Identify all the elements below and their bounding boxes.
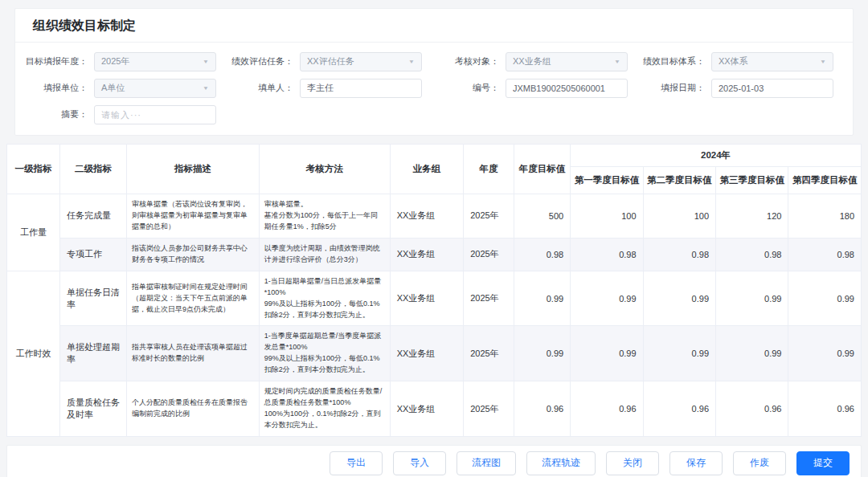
q3-cell: 0.96 bbox=[716, 381, 788, 437]
eval-task-select[interactable]: XX评估任务 ▼ bbox=[300, 52, 422, 71]
import-button[interactable]: 导入 bbox=[393, 451, 446, 475]
year-cell: 2025年 bbox=[464, 238, 514, 271]
annual-cell: 0.98 bbox=[514, 238, 570, 271]
col-header-year-group: 2024年 bbox=[571, 145, 862, 167]
flowchart-button[interactable]: 流程图 bbox=[457, 451, 516, 475]
group-cell: XX业务组 bbox=[390, 194, 464, 238]
col-header-level2: 二级指标 bbox=[59, 145, 126, 194]
report-date-input[interactable] bbox=[711, 79, 833, 98]
save-button[interactable]: 保存 bbox=[669, 451, 723, 475]
filler-input[interactable] bbox=[300, 79, 422, 98]
field-eval-task: 绩效评估任务： XX评估任务 ▼ bbox=[226, 51, 427, 71]
col-header-group: 业务组 bbox=[390, 145, 464, 194]
level2-cell: 任务完成量 bbox=[59, 194, 126, 238]
year-cell: 2025年 bbox=[464, 381, 514, 437]
field-number: 编号： bbox=[432, 78, 633, 98]
chevron-down-icon: ▼ bbox=[408, 59, 415, 64]
footer-action-bar: 导出 导入 流程图 流程轨迹 关闭 保存 作废 提交 bbox=[6, 445, 862, 477]
table-row: 工作时效 单据任务日清率 指单据审核制证时间在规定处理时间（超期定义：当天下午五… bbox=[7, 271, 862, 326]
year-cell: 2025年 bbox=[464, 194, 514, 238]
annual-cell: 0.99 bbox=[514, 271, 570, 326]
eval-task-value: XX评估任务 bbox=[307, 55, 354, 67]
goal-system-value: XX体系 bbox=[719, 55, 748, 67]
field-goal-system: 绩效目标体系： XX体系 ▼ bbox=[637, 51, 838, 71]
table-row: 质量质检任务及时率 个人分配的质量质检任务在质量报告编制前完成的比例 规定时间内… bbox=[7, 381, 862, 437]
summary-input[interactable] bbox=[94, 105, 216, 124]
q2-cell: 0.99 bbox=[643, 271, 715, 326]
header-panel: 组织绩效目标制定 目标填报年度： 2025年 ▼ 绩效评估任务： XX评估任务 … bbox=[14, 8, 854, 136]
desc-cell: 指共享审核人员在处理该项单据超过标准时长的数量的比例 bbox=[126, 326, 259, 381]
report-unit-label: 填报单位： bbox=[20, 82, 94, 94]
col-header-q3: 第三季度目标值 bbox=[716, 167, 788, 194]
q2-cell: 0.96 bbox=[643, 381, 715, 437]
level2-cell: 单据任务日清率 bbox=[59, 271, 126, 326]
chevron-down-icon: ▼ bbox=[203, 85, 209, 91]
q1-cell: 0.99 bbox=[571, 271, 643, 326]
export-button[interactable]: 导出 bbox=[330, 451, 383, 475]
q4-cell: 0.99 bbox=[788, 326, 862, 381]
field-report-unit: 填报单位： A单位 ▼ bbox=[20, 78, 221, 98]
method-cell: 审核单据量。 基准分数为100分，每低于上一年同期任务量1%，扣除5分 bbox=[259, 194, 390, 238]
flow-track-button[interactable]: 流程轨迹 bbox=[526, 451, 596, 475]
chevron-down-icon: ▼ bbox=[820, 59, 826, 64]
level2-cell: 单据处理超期率 bbox=[59, 326, 126, 381]
indicator-table-panel: 一级指标 二级指标 指标描述 考核方法 业务组 年度 年度目标值 2024年 第… bbox=[6, 144, 862, 437]
close-button[interactable]: 关闭 bbox=[606, 451, 659, 475]
filter-form: 目标填报年度： 2025年 ▼ 绩效评估任务： XX评估任务 ▼ 考核对象： X… bbox=[15, 43, 853, 135]
number-input[interactable] bbox=[506, 79, 628, 98]
desc-cell: 指单据审核制证时间在规定处理时间（超期定义：当天下午五点前派的单据，截止次日早9… bbox=[126, 271, 259, 326]
q2-cell: 100 bbox=[643, 194, 715, 238]
col-header-q2: 第二季度目标值 bbox=[643, 167, 715, 194]
annual-cell: 0.96 bbox=[514, 381, 570, 437]
field-target-year: 目标填报年度： 2025年 ▼ bbox=[20, 51, 221, 71]
field-summary: 摘要： bbox=[20, 104, 221, 124]
page-title: 组织绩效目标制定 bbox=[33, 18, 835, 35]
level2-cell: 专项工作 bbox=[59, 238, 126, 271]
col-header-year: 年度 bbox=[464, 145, 514, 194]
q2-cell: 0.99 bbox=[643, 326, 715, 381]
assess-target-value: XX业务组 bbox=[513, 55, 551, 67]
q2-cell: 0.98 bbox=[643, 238, 715, 271]
method-cell: 1-当季度单据超期总量/当季度单据派发总量*100% 99%及以上指标为100分… bbox=[259, 326, 390, 381]
chevron-down-icon: ▼ bbox=[203, 59, 209, 64]
target-year-value: 2025年 bbox=[101, 55, 129, 67]
assess-target-select[interactable]: XX业务组 ▼ bbox=[506, 52, 628, 71]
field-filler: 填单人： bbox=[226, 78, 427, 98]
table-row: 工作量 任务完成量 审核单据量（若该岗位设有复审岗，则审核单据量为初审单据量与复… bbox=[7, 194, 862, 238]
report-date-label: 填报日期： bbox=[637, 82, 711, 94]
number-label: 编号： bbox=[432, 82, 506, 94]
q3-cell: 0.99 bbox=[716, 326, 788, 381]
col-header-level1: 一级指标 bbox=[7, 145, 60, 194]
col-header-method: 考核方法 bbox=[259, 145, 390, 194]
q1-cell: 100 bbox=[571, 194, 643, 238]
summary-label: 摘要： bbox=[20, 108, 94, 120]
desc-cell: 指该岗位人员参加公司财务共享中心财务各专项工作的情况 bbox=[126, 238, 259, 271]
target-year-select[interactable]: 2025年 ▼ bbox=[94, 52, 216, 71]
group-cell: XX业务组 bbox=[390, 238, 464, 271]
annual-cell: 500 bbox=[514, 194, 570, 238]
q4-cell: 0.96 bbox=[788, 381, 862, 437]
col-header-annual: 年度目标值 bbox=[514, 145, 570, 194]
chevron-down-icon: ▼ bbox=[614, 59, 620, 64]
q4-cell: 0.99 bbox=[788, 271, 862, 326]
report-unit-select[interactable]: A单位 ▼ bbox=[94, 79, 216, 98]
col-header-q4: 第四季度目标值 bbox=[788, 167, 862, 194]
submit-button[interactable]: 提交 bbox=[796, 451, 850, 475]
table-row: 专项工作 指该岗位人员参加公司财务共享中心财务各专项工作的情况 以季度为统计周期… bbox=[7, 238, 862, 271]
q1-cell: 0.96 bbox=[571, 381, 643, 437]
q4-cell: 0.98 bbox=[788, 238, 862, 271]
goal-system-select[interactable]: XX体系 ▼ bbox=[711, 52, 833, 71]
title-bar: 组织绩效目标制定 bbox=[15, 9, 853, 43]
group-cell: XX业务组 bbox=[390, 271, 464, 326]
void-button[interactable]: 作废 bbox=[733, 451, 786, 475]
goal-system-label: 绩效目标体系： bbox=[637, 55, 711, 67]
q1-cell: 0.98 bbox=[571, 238, 643, 271]
desc-cell: 个人分配的质量质检任务在质量报告编制前完成的比例 bbox=[126, 381, 259, 437]
method-cell: 规定时间内完成的质量质检任务数量/总质量质检任务数量*100% 100%为100… bbox=[259, 381, 390, 437]
year-cell: 2025年 bbox=[464, 271, 514, 326]
assess-target-label: 考核对象： bbox=[432, 55, 506, 67]
q3-cell: 0.98 bbox=[716, 238, 788, 271]
eval-task-label: 绩效评估任务： bbox=[226, 55, 300, 67]
field-report-date: 填报日期： bbox=[637, 78, 838, 98]
indicator-table: 一级指标 二级指标 指标描述 考核方法 业务组 年度 年度目标值 2024年 第… bbox=[6, 144, 862, 437]
